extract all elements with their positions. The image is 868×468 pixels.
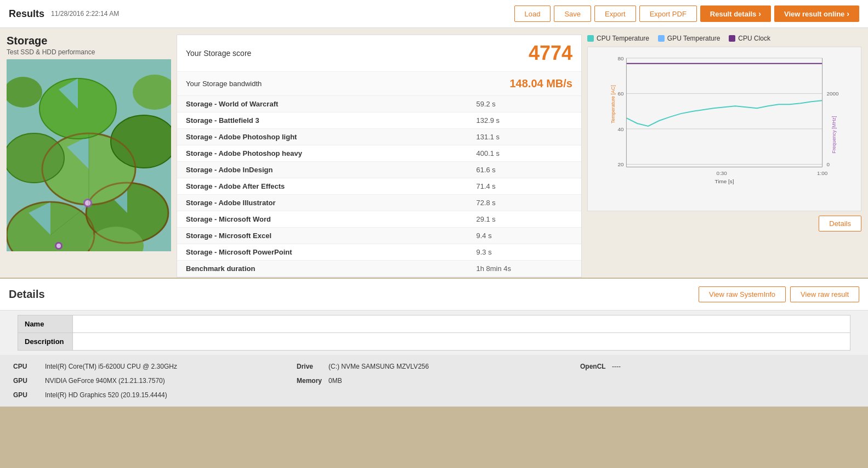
- svg-point-12: [7, 133, 64, 183]
- description-row: Description: [18, 333, 850, 351]
- bandwidth-label: Your Storage bandwidth: [186, 80, 509, 88]
- header: Results 11/28/2016 2:22:14 AM Load Save …: [0, 0, 868, 28]
- load-button[interactable]: Load: [514, 5, 551, 22]
- header-buttons: Load Save Export Export PDF Result detai…: [514, 5, 860, 22]
- bench-name: Storage - Microsoft Excel: [177, 228, 467, 244]
- hw-value: 0MB: [328, 377, 342, 385]
- chart-legend: CPU TemperatureGPU TemperatureCPU Clock: [587, 35, 861, 42]
- legend-color: [658, 35, 665, 42]
- hw-value: (C:) NVMe SAMSUNG MZVLV256: [328, 363, 429, 370]
- chart-container: 80 60 40 20 2000 0 Temperature [AC] Freq…: [587, 47, 861, 211]
- storage-subtitle: Test SSD & HDD performance: [7, 48, 171, 56]
- svg-text:1:00: 1:00: [817, 170, 828, 176]
- bench-row: Storage - Adobe InDesign61.6 s: [177, 162, 581, 178]
- hw-value: Intel(R) Core(TM) i5-6200U CPU @ 2.30GHz: [45, 363, 177, 370]
- hw-label: Drive: [297, 363, 324, 370]
- storage-title: Storage: [7, 35, 171, 47]
- bench-name: Storage - Microsoft Word: [177, 211, 467, 228]
- bench-row: Storage - Microsoft PowerPoint9.3 s: [177, 244, 581, 261]
- results-title: Results: [9, 8, 44, 20]
- score-value: 4774: [529, 42, 572, 65]
- save-button[interactable]: Save: [554, 5, 591, 22]
- details-btn-row: Details: [587, 211, 861, 236]
- name-desc-table: Name Description: [18, 315, 850, 351]
- hw-cell: Memory0MB: [292, 374, 576, 388]
- bench-row: Storage - World of Warcraft59.2 s: [177, 96, 581, 112]
- chevron-right-icon-2: ›: [847, 9, 849, 18]
- hw-value: ----: [612, 363, 621, 370]
- hw-cell: [576, 388, 859, 402]
- view-online-button[interactable]: View result online ›: [774, 5, 859, 22]
- bench-name: Storage - Adobe InDesign: [177, 162, 467, 178]
- results-date: 11/28/2016 2:22:14 AM: [51, 10, 514, 18]
- bench-name: Storage - Adobe Photoshop heavy: [177, 145, 467, 162]
- legend-item: CPU Temperature: [587, 35, 649, 42]
- benchmark-table: Storage - World of Warcraft59.2 sStorage…: [177, 96, 581, 277]
- hw-label: Memory: [297, 377, 324, 385]
- view-raw-result-button[interactable]: View raw result: [790, 286, 859, 302]
- svg-point-25: [56, 244, 61, 248]
- bench-row: Storage - Adobe After Effects71.4 s: [177, 178, 581, 195]
- svg-text:0:30: 0:30: [716, 170, 727, 176]
- description-value[interactable]: [73, 333, 850, 351]
- bench-value: 59.2 s: [467, 96, 581, 112]
- details-buttons: View raw SystemInfo View raw result: [699, 286, 859, 302]
- details-header: Details View raw SystemInfo View raw res…: [0, 279, 868, 311]
- svg-text:Frequency [MHz]: Frequency [MHz]: [831, 116, 837, 154]
- view-raw-systeminfo-button[interactable]: View raw SystemInfo: [699, 286, 786, 302]
- svg-text:Temperature [AC]: Temperature [AC]: [610, 85, 616, 123]
- name-row: Name: [18, 315, 850, 333]
- chart-svg: 80 60 40 20 2000 0 Temperature [AC] Freq…: [610, 53, 839, 194]
- name-label: Name: [18, 315, 73, 333]
- bench-value: 1h 8min 4s: [467, 261, 581, 277]
- storage-image: [7, 59, 171, 251]
- details-title: Details: [9, 288, 699, 301]
- right-panel: CPU TemperatureGPU TemperatureCPU Clock …: [587, 35, 861, 278]
- left-panel: Storage Test SSD & HDD performance: [7, 35, 171, 278]
- bench-value: 9.3 s: [467, 244, 581, 261]
- legend-item: GPU Temperature: [658, 35, 721, 42]
- bench-name: Storage - Battlefield 3: [177, 112, 467, 129]
- description-label: Description: [18, 333, 73, 351]
- hw-value: Intel(R) HD Graphics 520 (20.19.15.4444): [45, 391, 167, 399]
- svg-text:2000: 2000: [827, 91, 839, 97]
- svg-text:40: 40: [617, 126, 624, 132]
- bench-row: Storage - Adobe Photoshop light131.1 s: [177, 129, 581, 145]
- hw-label: OpenCL: [580, 363, 608, 370]
- bench-name: Storage - World of Warcraft: [177, 96, 467, 112]
- details-button[interactable]: Details: [819, 216, 861, 232]
- bench-row: Storage - Adobe Photoshop heavy400.1 s: [177, 145, 581, 162]
- bench-row: Storage - Adobe Illustrator72.8 s: [177, 195, 581, 211]
- bench-value: 61.6 s: [467, 162, 581, 178]
- bandwidth-row: Your Storage bandwidth 148.04 MB/s: [177, 72, 581, 96]
- legend-item: CPU Clock: [729, 35, 770, 42]
- legend-color: [587, 35, 594, 42]
- bench-row: Storage - Microsoft Excel9.4 s: [177, 228, 581, 244]
- hw-cell: [292, 388, 576, 402]
- name-value[interactable]: [73, 315, 850, 333]
- bench-name: Storage - Adobe After Effects: [177, 178, 467, 195]
- hw-cell: OpenCL----: [576, 359, 859, 374]
- hw-cell: GPUIntel(R) HD Graphics 520 (20.19.15.44…: [9, 388, 292, 402]
- svg-text:20: 20: [617, 161, 624, 167]
- svg-text:60: 60: [617, 91, 624, 97]
- chevron-right-icon: ›: [758, 9, 761, 18]
- score-row: Your Storage score 4774: [177, 35, 581, 72]
- export-button[interactable]: Export: [594, 5, 636, 22]
- export-pdf-button[interactable]: Export PDF: [639, 5, 697, 22]
- score-label: Your Storage score: [186, 49, 529, 58]
- result-details-button[interactable]: Result details ›: [700, 5, 771, 22]
- center-panel: Your Storage score 4774 Your Storage ban…: [177, 35, 582, 278]
- bench-row: Storage - Microsoft Word29.1 s: [177, 211, 581, 228]
- hardware-grid: CPUIntel(R) Core(TM) i5-6200U CPU @ 2.30…: [0, 355, 868, 407]
- hw-value: NVIDIA GeForce 940MX (21.21.13.7570): [45, 377, 165, 385]
- svg-point-23: [85, 200, 90, 206]
- name-desc-area: Name Description: [0, 315, 868, 351]
- legend-label: CPU Clock: [738, 35, 770, 42]
- main-area: Storage Test SSD & HDD performance: [0, 28, 868, 278]
- bandwidth-value: 148.04 MB/s: [509, 77, 572, 90]
- svg-text:0: 0: [827, 161, 830, 167]
- bench-value: 29.1 s: [467, 211, 581, 228]
- svg-text:Time [s]: Time [s]: [715, 178, 734, 184]
- legend-label: CPU Temperature: [597, 35, 649, 42]
